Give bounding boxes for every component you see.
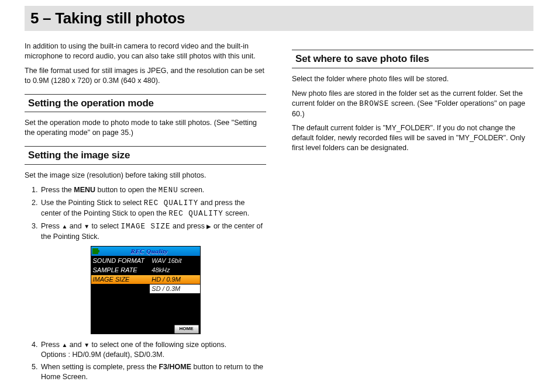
steps-list-cont: Press ▲ and ▼ to select one of the follo…	[25, 340, 266, 382]
screen-row-sound-format: SOUND FORMAT WAV 16bit	[91, 256, 200, 265]
text: to select one of the following size opti…	[89, 341, 226, 349]
up-arrow-icon: ▲	[61, 342, 67, 348]
lcd-rec-quality: REC QUALITY	[168, 210, 223, 218]
screen-row-image-size-selected: IMAGE SIZE HD / 0.9M	[91, 275, 200, 284]
text: Press	[41, 341, 61, 349]
text: and press	[171, 222, 207, 230]
text: Press	[41, 222, 61, 230]
text: screen.	[178, 186, 204, 194]
lcd-image-size: IMAGE SIZE	[121, 223, 171, 231]
screen-footer: HOME	[91, 325, 200, 334]
img-size-p1: Set the image size (resolution) before t…	[25, 171, 266, 181]
down-arrow-icon: ▼	[84, 223, 89, 230]
save-p1: Select the folder where photo files will…	[292, 74, 533, 84]
text: button to open the	[95, 186, 159, 194]
chapter-bar: 5 – Taking still photos	[25, 6, 533, 31]
right-column: Set where to save photo files Select the…	[292, 41, 533, 387]
step-3: Press ▲ and ▼ to select IMAGE SIZE and p…	[40, 221, 266, 242]
row-value: SD / 0.3M	[150, 285, 199, 293]
menu-button-label: MENU	[74, 186, 95, 194]
intro-p2: The file format used for still images is…	[25, 66, 266, 86]
text: and	[67, 341, 84, 349]
op-mode-p1: Set the operation mode to photo mode to …	[25, 118, 266, 138]
up-arrow-icon: ▲	[61, 223, 67, 230]
text: Press the	[41, 186, 74, 194]
row-label: SAMPLE RATE	[91, 266, 150, 275]
down-arrow-icon: ▼	[84, 342, 89, 348]
row-label: SOUND FORMAT	[91, 256, 150, 265]
row-value: WAV 16bit	[150, 256, 199, 265]
step-1: Press the MENU button to open the MENU s…	[40, 185, 266, 196]
text: to select	[89, 222, 121, 230]
steps-list: Press the MENU button to open the MENU s…	[25, 185, 266, 241]
row-value: 48kHz	[150, 266, 199, 275]
screen-home-button: HOME	[174, 325, 199, 334]
options-text: Options : HD/0.9M (default), SD/0.3M.	[41, 351, 164, 359]
lcd-menu: MENU	[159, 186, 178, 195]
section-heading-op-mode: Setting the operation mode	[25, 94, 266, 113]
step-2: Use the Pointing Stick to select REC QUA…	[40, 198, 266, 219]
lcd-rec-quality: REC QUALITY	[144, 199, 199, 207]
screen-row-image-size-option: SD / 0.3M	[91, 284, 200, 293]
device-screen: REC Quality SOUND FORMAT WAV 16bit SAMPL…	[91, 246, 201, 334]
intro-p1: In addition to using the built-in camera…	[25, 41, 266, 61]
text: Use the Pointing Stick to select	[41, 199, 144, 207]
screen-row-sample-rate: SAMPLE RATE 48kHz	[91, 265, 200, 275]
left-column: In addition to using the built-in camera…	[25, 41, 266, 387]
save-p3: The default current folder is "MY_FOLDER…	[292, 123, 533, 153]
screen-title: REC Quality	[101, 247, 199, 256]
section-heading-save-location: Set where to save photo files	[292, 50, 533, 68]
content-columns: In addition to using the built-in camera…	[0, 37, 558, 387]
text: When setting is complete, press the	[41, 363, 159, 371]
chapter-title: 5 – Taking still photos	[28, 9, 530, 27]
page: 5 – Taking still photos In addition to u…	[0, 6, 558, 392]
step-4: Press ▲ and ▼ to select one of the follo…	[40, 340, 266, 360]
lcd-browse: BROWSE	[359, 100, 389, 108]
step-5: When setting is complete, press the F3/H…	[40, 362, 266, 382]
text: and	[67, 222, 84, 230]
battery-icon	[92, 248, 98, 254]
section-heading-img-size: Setting the image size	[25, 146, 266, 165]
screen-fill	[91, 293, 200, 325]
screen-body: SOUND FORMAT WAV 16bit SAMPLE RATE 48kHz…	[91, 256, 200, 325]
f3-home-label: F3/HOME	[159, 363, 191, 371]
row-label: IMAGE SIZE	[91, 275, 150, 284]
save-p2: New photo files are stored in the folder…	[292, 89, 533, 119]
row-value: HD / 0.9M	[150, 275, 199, 284]
screen-titlebar: REC Quality	[91, 247, 200, 256]
text: screen.	[223, 209, 249, 217]
